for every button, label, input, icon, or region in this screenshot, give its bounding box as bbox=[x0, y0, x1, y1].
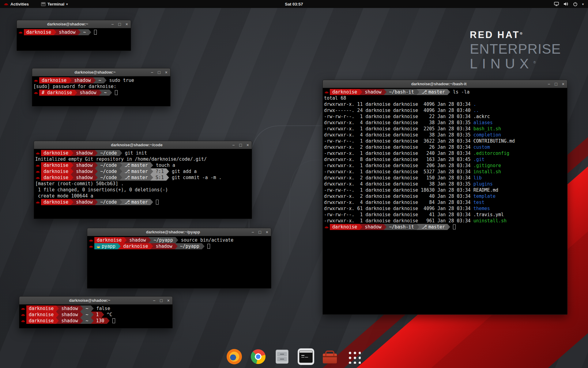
terminal-window-home-2[interactable]: darknoise@shadow:~ − □ × darknoiseshadow… bbox=[19, 296, 173, 328]
dock-show-applications-icon[interactable] bbox=[345, 348, 363, 366]
minimize-button[interactable]: − bbox=[153, 298, 155, 303]
powerline-separator bbox=[95, 174, 98, 181]
prompt-segment-user: darknoise bbox=[330, 224, 360, 230]
powerline-separator bbox=[150, 162, 153, 168]
maximize-button[interactable]: □ bbox=[239, 143, 242, 147]
dock-firefox-icon[interactable] bbox=[225, 348, 243, 366]
prompt-segment-path: ~/code bbox=[98, 199, 119, 205]
close-button[interactable]: × bbox=[247, 143, 249, 147]
file-name: README.md bbox=[473, 187, 498, 193]
command-text: git commit -a -m . bbox=[169, 174, 222, 181]
clock[interactable]: Sat 03:57 bbox=[0, 2, 588, 6]
output-text: drwxrwxr-x. 4 darknoise darknoise 38 Jan… bbox=[324, 120, 473, 126]
window-titlebar[interactable]: darknoise@shadow:~/code − □ × bbox=[34, 141, 252, 149]
terminal-line: darknoiseshadow~/pyapp source bin/activa… bbox=[89, 237, 270, 243]
git-branch-icon: ⎇ bbox=[125, 163, 131, 168]
terminal-content[interactable]: darknoiseshadow~ falsedarknoiseshadow~1 … bbox=[19, 305, 172, 328]
close-button[interactable]: × bbox=[266, 230, 268, 234]
activities-label: Activities bbox=[10, 2, 29, 6]
powerline-separator bbox=[384, 89, 386, 95]
powerline-separator bbox=[89, 29, 91, 35]
maximize-button[interactable]: □ bbox=[555, 82, 557, 86]
terminal-content[interactable]: darknoiseshadow~ bbox=[17, 28, 131, 51]
powerline-separator bbox=[150, 174, 153, 181]
minimize-button[interactable]: − bbox=[251, 230, 254, 234]
powerline-separator bbox=[166, 168, 169, 174]
prompt-segment-host: shadow bbox=[153, 243, 175, 249]
dock-chrome-icon[interactable] bbox=[249, 348, 267, 366]
powerline-separator bbox=[119, 150, 122, 156]
registered-mark: ® bbox=[520, 32, 523, 35]
powerline-separator bbox=[71, 168, 74, 174]
terminal-content[interactable]: darknoiseshadow~/pyapp source bin/activa… bbox=[87, 236, 271, 288]
close-button[interactable]: × bbox=[165, 70, 168, 75]
file-name: aliases bbox=[473, 120, 493, 126]
dock-files-icon[interactable] bbox=[273, 348, 291, 366]
command-text: ls -la bbox=[450, 89, 469, 95]
maximize-button[interactable]: □ bbox=[258, 230, 261, 234]
window-titlebar[interactable]: darknoise@shadow:~ − □ × bbox=[32, 68, 170, 76]
minimize-button[interactable]: − bbox=[548, 82, 550, 86]
terminal-line: total 68 bbox=[324, 95, 566, 101]
terminal-window-home-1[interactable]: darknoise@shadow:~ − □ × darknoiseshadow… bbox=[17, 20, 131, 51]
prompt-segment-path: ~ bbox=[83, 318, 91, 324]
close-button[interactable]: × bbox=[562, 82, 564, 86]
system-status-area[interactable]: ▾ bbox=[554, 2, 588, 6]
minimize-button[interactable]: − bbox=[111, 22, 114, 26]
powerline-separator bbox=[71, 174, 74, 181]
close-button[interactable]: × bbox=[167, 298, 170, 303]
command-text: git init bbox=[122, 150, 147, 156]
terminal-window-sudo[interactable]: darknoise@shadow:~ − □ × darknoiseshadow… bbox=[32, 68, 171, 106]
minimize-button[interactable]: − bbox=[232, 143, 235, 147]
file-name: completion bbox=[473, 132, 501, 138]
window-titlebar[interactable]: darknoise@shadow:~ − □ × bbox=[19, 297, 172, 305]
terminal-content[interactable]: darknoiseshadow~/bash-it⎇ master ls -lat… bbox=[323, 88, 567, 314]
terminal-window-bash-it[interactable]: darknoise@shadow:~/bash-it − □ × darknoi… bbox=[322, 80, 567, 315]
activities-button[interactable]: Activities bbox=[0, 0, 32, 8]
minimize-button[interactable]: − bbox=[151, 70, 153, 75]
output-text: drwxrwxr-x. 61 darknoise darknoise 4096 … bbox=[324, 205, 473, 212]
terminal-line: darknoiseshadow~/code git init bbox=[35, 150, 251, 156]
terminal-content[interactable]: darknoiseshadow~ sudo true[sudo] passwor… bbox=[32, 76, 170, 106]
terminal-window-code[interactable]: darknoise@shadow:~/code − □ × darknoises… bbox=[34, 141, 252, 219]
powerline-separator bbox=[107, 318, 110, 324]
output-text: 1 file changed, 0 insertions(+), 0 delet… bbox=[35, 187, 168, 193]
window-titlebar[interactable]: darknoise@shadow:~ − □ × bbox=[17, 20, 131, 28]
redhat-prompt-icon bbox=[21, 318, 25, 324]
file-name: .travis.yml bbox=[473, 212, 504, 218]
window-titlebar[interactable]: darknoise@shadow:~/pyapp − □ × bbox=[87, 228, 271, 236]
powerline-separator bbox=[95, 168, 98, 174]
maximize-button[interactable]: □ bbox=[160, 298, 162, 303]
window-titlebar[interactable]: darknoise@shadow:~/bash-it − □ × bbox=[323, 80, 567, 88]
prompt-segment-path: ~/code bbox=[98, 174, 119, 181]
prompt-segment-path: ~/pyapp bbox=[178, 243, 202, 249]
output-text: drwxrwxr-x. 8 darknoise darknoise 163 Ja… bbox=[324, 156, 473, 163]
terminal-window-pyapp[interactable]: darknoise@shadow:~/pyapp − □ × darknoise… bbox=[87, 228, 271, 289]
prompt-segment-user: darknoise bbox=[26, 305, 56, 312]
close-button[interactable]: × bbox=[126, 22, 128, 26]
terminal-line: # darknoiseshadow~ bbox=[33, 90, 169, 96]
terminal-content[interactable]: darknoiseshadow~/code git initInitialize… bbox=[34, 149, 252, 219]
redhat-branding: RED HAT® ENTERPRISE LINUX® bbox=[470, 29, 561, 72]
dock-toolbox-icon[interactable] bbox=[321, 348, 339, 366]
prompt-segment-path: ~ bbox=[96, 77, 104, 83]
output-text: [sudo] password for darknoise: bbox=[33, 83, 116, 90]
powerline-separator bbox=[150, 168, 153, 174]
terminal-line: darknoiseshadow~/code⎇ master touch a bbox=[35, 162, 251, 168]
prompt-segment-user: darknoise bbox=[41, 174, 71, 181]
command-text: false bbox=[94, 305, 110, 312]
command-text: git add a bbox=[169, 168, 197, 174]
output-text: drwxrwxr-x. 4 darknoise darknoise 38 Jan… bbox=[324, 132, 473, 138]
file-name: .editorconfig bbox=[473, 150, 509, 156]
dock-terminal-icon[interactable] bbox=[297, 348, 315, 366]
powerline-separator bbox=[56, 305, 59, 312]
terminal-line: -rwxrwxr-x. 1 darknoise darknoise 5327 J… bbox=[324, 169, 566, 175]
output-text: drwx------. 24 darknoise darknoise 4096 … bbox=[324, 107, 473, 113]
prompt-segment-user: darknoise bbox=[26, 312, 56, 318]
powerline-separator bbox=[91, 312, 94, 318]
terminal-line: -rwxrwxr-x. 1 darknoise darknoise 206 Ja… bbox=[324, 163, 566, 169]
maximize-button[interactable]: □ bbox=[118, 22, 121, 26]
terminal-line: drwxrwxr-x. 4 darknoise darknoise 38 Jan… bbox=[324, 132, 566, 138]
app-menu-terminal[interactable]: Terminal ▾ bbox=[38, 0, 71, 8]
maximize-button[interactable]: □ bbox=[158, 70, 160, 75]
